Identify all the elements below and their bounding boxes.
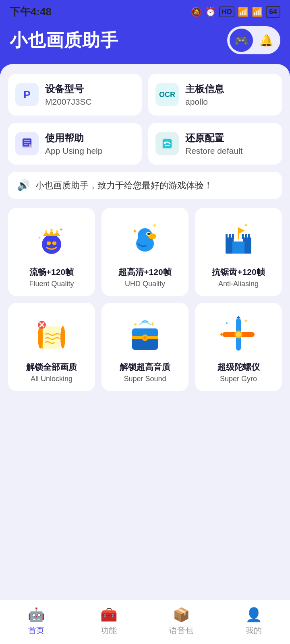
- header-button-group: 🎮 🔔: [227, 26, 280, 54]
- svg-text:✦: ✦: [132, 228, 137, 235]
- super-sound-icon: ✦ ✦: [123, 312, 167, 357]
- svg-point-14: [50, 229, 53, 231]
- svg-rect-27: [232, 242, 244, 254]
- hd-icon: HD: [219, 6, 234, 17]
- svg-text:✦: ✦: [225, 320, 229, 326]
- fluent-quality-label-en: Fluent Quality: [29, 280, 74, 288]
- restore-default-card[interactable]: 还原配置 Restore default: [148, 123, 282, 165]
- anti-aliasing-label-en: Anti-Aliasing: [218, 280, 259, 288]
- restore-icon: [155, 132, 179, 155]
- fluent-quality-label-cn: 流畅+120帧: [29, 266, 74, 278]
- help-icon: [15, 132, 39, 155]
- board-icon: OCR: [155, 83, 179, 106]
- super-gyro-icon: ✦ ✦: [216, 312, 261, 357]
- restore-subtitle: Restore default: [185, 146, 242, 156]
- banner-text: 小也画质助手，致力于给您最好的游戏体验！: [35, 180, 213, 192]
- svg-text:✦: ✦: [133, 321, 138, 328]
- svg-rect-29: [229, 234, 231, 239]
- info-cards-row: P 设备型号 M2007J3SC OCR 主板信息 apollo: [8, 74, 282, 116]
- game-button[interactable]: 🎮: [230, 29, 253, 52]
- svg-marker-52: [220, 332, 222, 337]
- nav-functions[interactable]: 🧰 功能: [72, 607, 145, 636]
- profile-nav-label: 我的: [246, 625, 262, 636]
- board-info-card[interactable]: OCR 主板信息 apollo: [148, 74, 282, 116]
- functions-nav-label: 功能: [101, 625, 117, 636]
- help-title: 使用帮助: [45, 132, 102, 144]
- help-info-text: 使用帮助 App Using help: [45, 132, 102, 156]
- home-nav-label: 首页: [28, 625, 44, 636]
- all-unlocking-card[interactable]: 解锁全部画质 All Unlocking: [8, 303, 95, 391]
- anti-aliasing-label-cn: 抗锯齿+120帧: [212, 266, 265, 278]
- uhd-quality-card[interactable]: ✦ ✦ 超高清+120帧 UHD Quality: [102, 208, 188, 296]
- device-info-text: 设备型号 M2007J3SC: [45, 83, 92, 107]
- all-unlocking-icon: [29, 312, 74, 357]
- svg-point-13: [45, 230, 47, 233]
- super-gyro-label-en: Super Gyro: [220, 375, 257, 383]
- anti-aliasing-card[interactable]: ✦ 抗锯齿+120帧 Anti-Aliasing: [195, 208, 282, 296]
- svg-marker-54: [236, 316, 241, 318]
- mute-icon: 🔕: [191, 7, 202, 17]
- status-icons: 🔕 ⏰ HD 📶 📶 64: [191, 6, 280, 18]
- wifi-icon: 📶: [252, 7, 263, 17]
- signal-icon: 📶: [238, 7, 249, 17]
- uhd-quality-label-cn: 超高清+120帧: [118, 266, 171, 278]
- nav-profile[interactable]: 👤 我的: [218, 607, 290, 636]
- svg-point-56: [236, 332, 241, 337]
- banner: 🔊 小也画质助手，致力于给您最好的游戏体验！: [8, 172, 282, 199]
- svg-point-22: [147, 233, 150, 235]
- svg-point-48: [143, 336, 147, 339]
- banner-icon: 🔊: [17, 179, 30, 192]
- feature-grid: ✦ ✦ 流畅+120帧 Fluent Quality: [8, 208, 282, 391]
- fluent-quality-icon: ✦ ✦: [29, 217, 74, 262]
- svg-rect-10: [47, 242, 51, 245]
- voice-nav-icon: 📦: [173, 607, 190, 623]
- super-sound-card[interactable]: ✦ ✦ 解锁超高音质 Super Sound: [102, 303, 188, 391]
- profile-nav-icon: 👤: [245, 607, 262, 623]
- uhd-quality-icon: ✦ ✦: [123, 217, 167, 262]
- svg-rect-28: [226, 234, 228, 239]
- all-unlocking-label-cn: 解锁全部画质: [26, 361, 77, 373]
- device-subtitle: M2007J3SC: [45, 97, 92, 107]
- notification-button[interactable]: 🔔: [255, 29, 278, 52]
- svg-text:✦: ✦: [243, 222, 249, 229]
- all-unlocking-label-en: All Unlocking: [31, 375, 72, 383]
- super-sound-label-en: Super Sound: [124, 375, 166, 383]
- device-icon: P: [15, 83, 39, 106]
- svg-rect-32: [245, 234, 247, 239]
- bottom-nav: 🤖 首页 🧰 功能 📦 语音包 👤 我的: [0, 600, 290, 644]
- board-info-text: 主板信息 apollo: [185, 83, 224, 107]
- restore-info-text: 还原配置 Restore default: [185, 132, 242, 156]
- uhd-quality-label-en: UHD Quality: [125, 280, 165, 288]
- battery-icon: 64: [266, 6, 280, 18]
- fluent-quality-card[interactable]: ✦ ✦ 流畅+120帧 Fluent Quality: [8, 208, 95, 296]
- status-bar: 下午4:48 🔕 ⏰ HD 📶 📶 64: [0, 0, 290, 22]
- svg-rect-33: [248, 234, 250, 239]
- board-title: 主板信息: [185, 83, 224, 95]
- svg-text:✦: ✦: [150, 321, 155, 328]
- help-subtitle: App Using help: [45, 146, 102, 156]
- main-content: P 设备型号 M2007J3SC OCR 主板信息 apollo: [0, 64, 290, 607]
- nav-home[interactable]: 🤖 首页: [0, 607, 72, 636]
- nav-voice[interactable]: 📦 语音包: [145, 607, 218, 636]
- app-help-card[interactable]: 使用帮助 App Using help: [8, 123, 142, 165]
- restore-title: 还原配置: [185, 132, 242, 144]
- voice-nav-label: 语音包: [169, 625, 193, 636]
- super-gyro-card[interactable]: ✦ ✦ 超级陀螺仪 Super Gyro: [195, 303, 282, 391]
- functions-nav-icon: 🧰: [100, 607, 117, 623]
- svg-point-15: [56, 230, 58, 233]
- alarm-icon: ⏰: [205, 7, 216, 17]
- svg-rect-31: [242, 234, 244, 239]
- app-title: 小也画质助手: [10, 29, 118, 52]
- home-nav-icon: 🤖: [28, 607, 45, 623]
- header: 小也画质助手 🎮 🔔: [0, 22, 290, 64]
- device-title: 设备型号: [45, 83, 92, 95]
- device-model-card[interactable]: P 设备型号 M2007J3SC: [8, 74, 142, 116]
- status-time: 下午4:48: [10, 5, 52, 19]
- svg-point-9: [42, 235, 61, 254]
- board-subtitle: apollo: [185, 97, 224, 107]
- svg-point-40: [60, 326, 65, 349]
- anti-aliasing-icon: ✦: [216, 217, 261, 262]
- super-gyro-label-cn: 超级陀螺仪: [218, 361, 260, 373]
- svg-point-39: [38, 326, 43, 349]
- svg-text:✦: ✦: [37, 235, 41, 241]
